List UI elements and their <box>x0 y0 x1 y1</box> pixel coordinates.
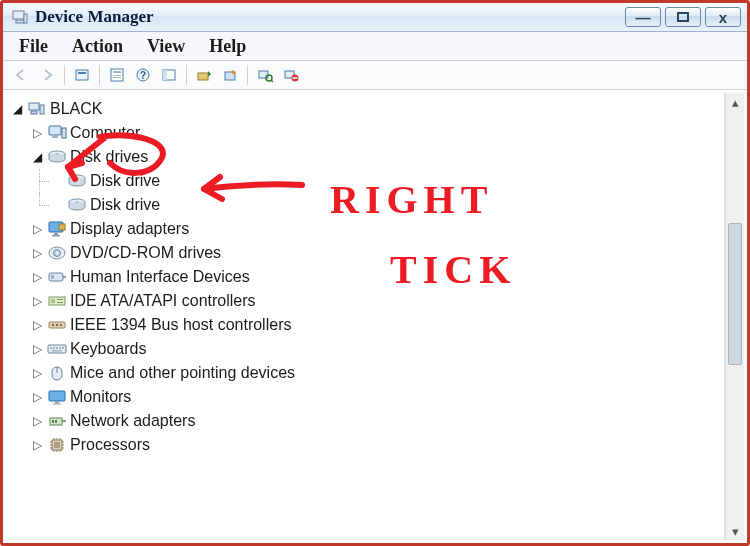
ide-icon <box>46 291 68 311</box>
expand-icon[interactable]: ▷ <box>30 342 44 356</box>
console-tree-button[interactable] <box>157 63 181 87</box>
svg-rect-56 <box>52 350 62 352</box>
menu-file[interactable]: File <box>9 33 58 60</box>
svg-rect-7 <box>113 71 121 73</box>
svg-rect-44 <box>57 299 63 300</box>
tree-node[interactable]: ▷IEEE 1394 Bus host controllers <box>10 313 724 337</box>
tree-node[interactable]: ◢BLACK <box>10 97 724 121</box>
maximize-button[interactable] <box>665 7 701 27</box>
vertical-scrollbar[interactable]: ▴ ▾ <box>725 93 744 540</box>
update-driver-button[interactable] <box>192 63 216 87</box>
show-hidden-button[interactable] <box>70 63 94 87</box>
expand-icon[interactable]: ▷ <box>30 438 44 452</box>
svg-rect-0 <box>13 11 24 19</box>
tree-node[interactable]: ▷IDE ATA/ATAPI controllers <box>10 289 724 313</box>
svg-rect-22 <box>31 111 37 114</box>
scroll-up-arrow[interactable]: ▴ <box>726 93 744 111</box>
scroll-down-arrow[interactable]: ▾ <box>726 522 744 540</box>
tree-node[interactable]: ▷DVD/CD-ROM drives <box>10 241 724 265</box>
tree-node-label: Disk drive <box>90 172 160 190</box>
tree-node[interactable]: Disk drive <box>10 169 724 193</box>
svg-point-32 <box>75 201 79 203</box>
svg-point-28 <box>55 153 59 155</box>
properties-button[interactable] <box>105 63 129 87</box>
toolbar-separator <box>247 65 248 85</box>
tree-node[interactable]: ▷Display adapters <box>10 217 724 241</box>
svg-point-39 <box>56 252 58 254</box>
svg-rect-21 <box>29 103 39 110</box>
tree-node-label: IDE ATA/ATAPI controllers <box>70 292 256 310</box>
tree-node[interactable]: ▷Processors <box>10 433 724 457</box>
toolbar-separator <box>186 65 187 85</box>
expand-icon[interactable]: ▷ <box>30 414 44 428</box>
tree-node-label: Computer <box>70 124 140 142</box>
scan-hardware-button[interactable] <box>253 63 277 87</box>
svg-rect-4 <box>76 70 88 80</box>
help-button[interactable]: ? <box>131 63 155 87</box>
svg-rect-25 <box>52 136 58 138</box>
close-button[interactable]: x <box>705 7 741 27</box>
menu-view[interactable]: View <box>137 33 195 60</box>
svg-rect-55 <box>62 347 64 349</box>
display-icon <box>46 219 68 239</box>
expand-icon[interactable]: ▷ <box>30 126 44 140</box>
window-buttons: — x <box>625 7 747 27</box>
svg-rect-41 <box>51 275 54 279</box>
expand-icon[interactable]: ▷ <box>30 318 44 332</box>
titlebar[interactable]: Device Manager — x <box>3 3 747 32</box>
content-area: ◢BLACK▷Computer◢Disk drivesDisk driveDis… <box>6 93 744 540</box>
tree-node[interactable]: ▷Computer <box>10 121 724 145</box>
svg-rect-24 <box>49 126 61 135</box>
svg-rect-62 <box>52 420 54 423</box>
tree-node[interactable]: ▷Mice and other pointing devices <box>10 361 724 385</box>
svg-text:?: ? <box>140 70 146 81</box>
device-manager-window: Device Manager — x File Action View Help… <box>0 0 750 546</box>
svg-point-49 <box>60 324 63 327</box>
monitor-icon <box>46 387 68 407</box>
svg-rect-51 <box>50 347 52 349</box>
nav-forward-button[interactable] <box>35 63 59 87</box>
menu-help[interactable]: Help <box>199 33 256 60</box>
tree-node[interactable]: ▷Keyboards <box>10 337 724 361</box>
nav-back-button[interactable] <box>9 63 33 87</box>
minimize-button[interactable]: — <box>625 7 661 27</box>
expand-icon[interactable]: ▷ <box>30 390 44 404</box>
optical-icon <box>46 243 68 263</box>
window-title: Device Manager <box>33 7 625 27</box>
toolbar-separator <box>99 65 100 85</box>
computer-icon <box>46 123 68 143</box>
expand-icon[interactable]: ▷ <box>30 222 44 236</box>
mouse-icon <box>46 363 68 383</box>
scroll-thumb[interactable] <box>728 223 742 365</box>
tree-node-label: Network adapters <box>70 412 195 430</box>
collapse-icon[interactable]: ◢ <box>30 150 44 164</box>
svg-point-47 <box>52 324 55 327</box>
tree-node[interactable]: ▷Human Interface Devices <box>10 265 724 289</box>
tree-node-label: Processors <box>70 436 150 454</box>
expand-icon[interactable]: ▷ <box>30 366 44 380</box>
tree-node[interactable]: ◢Disk drives <box>10 145 724 169</box>
tree-node-label: BLACK <box>50 100 102 118</box>
tree-node[interactable]: Disk drive <box>10 193 724 217</box>
tree-node-label: Disk drives <box>70 148 148 166</box>
svg-rect-36 <box>59 224 65 230</box>
svg-rect-5 <box>78 72 86 74</box>
expand-icon[interactable]: ▷ <box>30 270 44 284</box>
tree-node-label: IEEE 1394 Bus host controllers <box>70 316 291 334</box>
uninstall-button[interactable] <box>218 63 242 87</box>
device-tree[interactable]: ◢BLACK▷Computer◢Disk drivesDisk driveDis… <box>6 93 725 540</box>
svg-point-30 <box>75 177 79 179</box>
tree-node[interactable]: ▷Network adapters <box>10 409 724 433</box>
disable-button[interactable] <box>279 63 303 87</box>
tree-node[interactable]: ▷Monitors <box>10 385 724 409</box>
expand-icon[interactable]: ▷ <box>30 294 44 308</box>
collapse-icon[interactable]: ◢ <box>10 102 24 116</box>
svg-rect-58 <box>49 391 65 401</box>
tree-node-label: DVD/CD-ROM drives <box>70 244 221 262</box>
expand-icon[interactable]: ▷ <box>30 246 44 260</box>
toolbar: ? <box>3 61 747 90</box>
svg-rect-14 <box>198 73 208 80</box>
keyboard-icon <box>46 339 68 359</box>
menu-action[interactable]: Action <box>62 33 133 60</box>
svg-rect-2 <box>24 14 27 23</box>
